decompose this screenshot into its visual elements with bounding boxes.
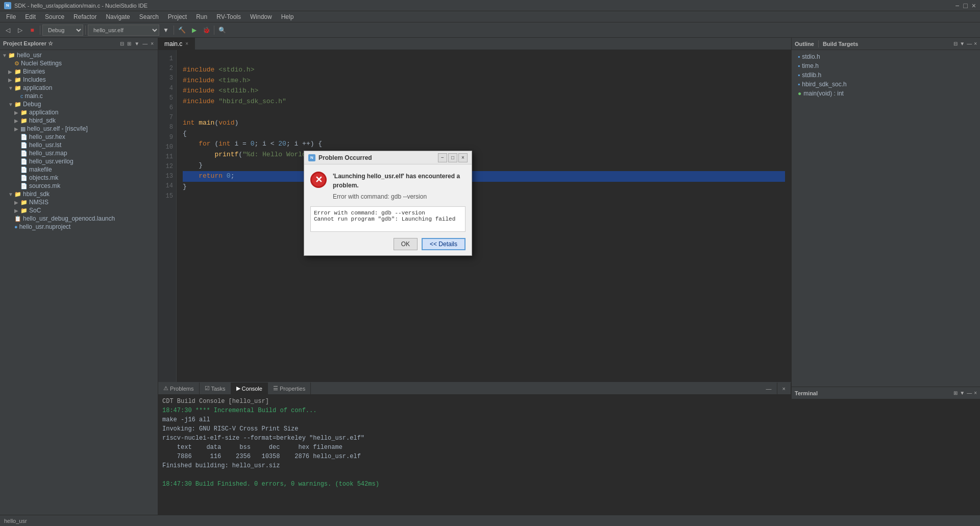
menu-refactor[interactable]: Refactor <box>69 12 101 21</box>
dialog-title: Problem Occurred <box>318 154 372 161</box>
menu-help[interactable]: Help <box>277 12 298 21</box>
menu-rvtools[interactable]: RV-Tools <box>212 12 245 21</box>
tree-item-elf[interactable]: ▶ ▦ hello_usr.elf - [riscv/le] <box>0 125 158 133</box>
minimize-button[interactable]: − <box>955 2 959 10</box>
code-line-5: #include "hbird_sdk_soc.h" <box>183 97 785 107</box>
code-line-12: return 0; <box>183 171 785 182</box>
outline-label: time.h <box>802 62 819 69</box>
tree-item-debug-hbird[interactable]: ▶ 📁 hbird_sdk <box>0 116 158 125</box>
tab-problems[interactable]: ⚠ Problems <box>158 382 200 394</box>
tree-item-objects-mk[interactable]: 📄 objects.mk <box>0 174 158 182</box>
outline-item-hbird-soc[interactable]: ▪ hbird_sdk_soc.h <box>796 80 976 89</box>
toolbar-arrow-btn[interactable]: ▼ <box>160 25 172 36</box>
tree-item-map[interactable]: 📄 hello_usr.map <box>0 149 158 157</box>
menu-run[interactable]: Run <box>192 12 211 21</box>
code-content[interactable]: #include <stdio.h> #include <time.h> #in… <box>177 50 791 382</box>
outline-close-icon[interactable]: × <box>974 41 977 46</box>
code-line-4: #include <stdlib.h> <box>183 86 785 97</box>
terminal-close-icon[interactable]: × <box>974 390 977 396</box>
tree-item-sources-mk[interactable]: 📄 sources.mk <box>0 182 158 190</box>
tree-label: hbird_sdk <box>23 190 50 198</box>
error-x-icon: ✕ <box>315 174 323 185</box>
error-icon: ✕ <box>310 172 327 188</box>
terminal-minimize-icon[interactable]: — <box>967 390 972 396</box>
outline-item-stdlib[interactable]: ▪ stdlib.h <box>796 70 976 80</box>
debug-config-dropdown[interactable]: Debug <box>42 25 83 36</box>
menu-edit[interactable]: Edit <box>21 12 40 21</box>
tree-item-application[interactable]: ▼ 📁 application <box>0 84 158 92</box>
code-line-8: { <box>183 129 785 139</box>
folder-icon: 📁 <box>14 68 21 75</box>
tree-item-includes[interactable]: ▶ 📁 Includes <box>0 76 158 84</box>
terminal-menu-icon[interactable]: ▼ <box>960 390 965 396</box>
toolbar-search-btn[interactable]: 🔍 <box>216 25 228 36</box>
toolbar-forward-btn[interactable]: ▷ <box>14 25 26 36</box>
tab-close-icon[interactable]: × <box>185 41 188 46</box>
dialog-buttons: OK << Details <box>304 236 472 255</box>
close-button[interactable]: × <box>972 2 976 10</box>
toolbar-debug-btn[interactable]: 🐞 <box>201 25 212 36</box>
folder-icon: 📁 <box>20 199 28 206</box>
tree-arrow: ▶ <box>14 126 19 132</box>
toolbar-sep-3 <box>174 26 174 35</box>
tree-item-nmsis[interactable]: ▶ 📁 NMSIS <box>0 198 158 206</box>
tree-item-nuproject[interactable]: ● hello_usr.nuproject <box>0 223 158 231</box>
outline-collapse-icon[interactable]: ⊟ <box>953 41 958 46</box>
terminal-content[interactable] <box>792 399 980 515</box>
tree-item-launch[interactable]: 📋 hello_usr_debug_openocd.launch <box>0 214 158 223</box>
console-content[interactable]: CDT Build Console [hello_usr] 18:47:30 *… <box>158 395 791 515</box>
tab-tasks[interactable]: ☑ Tasks <box>200 382 231 394</box>
sidebar-menu-icon[interactable]: ▼ <box>133 40 140 47</box>
toolbar-run-btn[interactable]: ▶ <box>188 25 200 36</box>
menu-window[interactable]: Window <box>246 12 276 21</box>
tab-console[interactable]: ▶ Console <box>231 382 268 394</box>
target-dropdown[interactable]: hello_usr.elf <box>88 25 159 36</box>
sidebar-filter-icon[interactable]: ⊞ <box>126 40 132 47</box>
tab-properties[interactable]: ☰ Properties <box>268 382 311 394</box>
tree-item-debug-application[interactable]: ▶ 📁 application <box>0 108 158 116</box>
sidebar-minimize-icon[interactable]: — <box>141 40 149 47</box>
tree-item-lst[interactable]: 📄 hello_usr.lst <box>0 141 158 149</box>
code-line-7: int main(void) <box>183 118 785 129</box>
tree-item-hello-usr[interactable]: ▼ 📁 hello_usr <box>0 51 158 59</box>
menu-search[interactable]: Search <box>135 12 163 21</box>
maximize-button[interactable]: □ <box>963 2 967 10</box>
menu-source[interactable]: Source <box>41 12 68 21</box>
dialog-minimize-btn[interactable]: − <box>438 153 447 162</box>
console-line-8 <box>162 470 787 480</box>
tree-item-hex[interactable]: 📄 hello_usr.hex <box>0 133 158 141</box>
outline-minimize-icon[interactable]: — <box>967 41 972 46</box>
tree-item-soc[interactable]: ▶ 📁 SoC <box>0 206 158 214</box>
editor-tab-main-c[interactable]: main.c × <box>158 38 195 50</box>
tree-item-makefile[interactable]: 📄 makefile <box>0 165 158 174</box>
tree-item-binaries[interactable]: ▶ 📁 Binaries <box>0 67 158 76</box>
menu-project[interactable]: Project <box>164 12 191 21</box>
dialog-error-detail: Error with command: gdb --version Cannot… <box>310 206 465 232</box>
code-editor[interactable]: 1 2 3 4 5 6 7 8 9 10 11 12 13 14 15 <box>158 50 791 382</box>
dialog-maximize-btn[interactable]: □ <box>448 153 457 162</box>
dialog-close-btn[interactable]: × <box>458 153 468 162</box>
tree-item-nuclei-settings[interactable]: ⚙ Nuclei Settings <box>0 59 158 67</box>
outline-item-stdio[interactable]: ▪ stdio.h <box>796 52 976 61</box>
toolbar-stop-btn[interactable]: ■ <box>27 25 38 36</box>
bottom-panel-minimize[interactable]: — <box>761 382 777 394</box>
sidebar-collapse-icon[interactable]: ⊟ <box>119 40 125 47</box>
function-green-icon: ● <box>798 90 801 97</box>
outline-item-time[interactable]: ▪ time.h <box>796 61 976 70</box>
outline-item-main-func[interactable]: ● main(void) : int <box>796 89 976 98</box>
outline-menu-icon[interactable]: ▼ <box>960 41 965 46</box>
menu-file[interactable]: File <box>2 12 20 21</box>
tree-item-main-c[interactable]: c main.c <box>0 92 158 100</box>
toolbar-back-btn[interactable]: ◁ <box>2 25 13 36</box>
sidebar-close-icon[interactable]: × <box>150 40 155 47</box>
menu-navigate[interactable]: Navigate <box>102 12 134 21</box>
toolbar-build-btn[interactable]: 🔨 <box>176 25 187 36</box>
tree-item-hbird-sdk[interactable]: ▼ 📁 hbird_sdk <box>0 190 158 198</box>
dialog-ok-button[interactable]: OK <box>394 238 418 250</box>
tree-item-debug[interactable]: ▼ 📁 Debug <box>0 100 158 108</box>
dialog-details-button[interactable]: << Details <box>422 238 465 250</box>
bottom-panel-close[interactable]: × <box>777 382 791 394</box>
tree-item-verilog[interactable]: 📄 hello_usr.verilog <box>0 157 158 165</box>
launch-icon: 📋 <box>14 216 21 222</box>
terminal-new-icon[interactable]: ⊞ <box>953 390 958 396</box>
